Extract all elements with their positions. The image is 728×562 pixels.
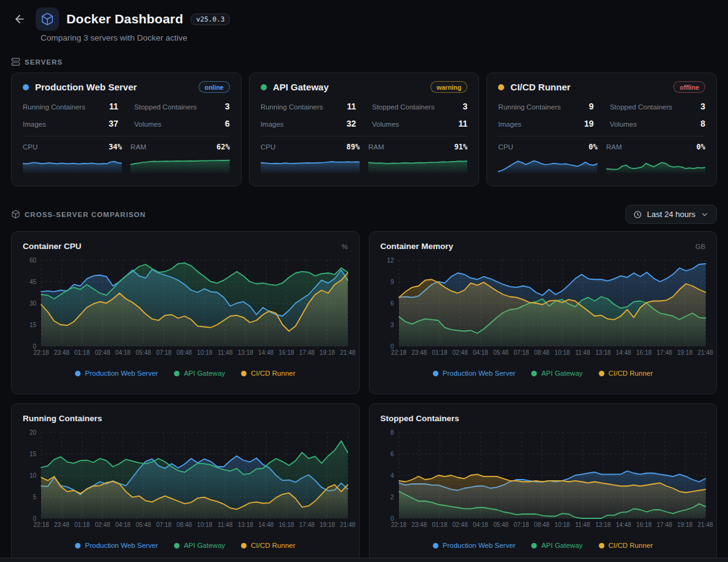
x-tick-label: 08:48: [176, 521, 192, 528]
x-axis: 22:1823:4801:1802:4804:1805:4807:1808:48…: [41, 349, 348, 358]
ram-sparkline: [606, 154, 705, 173]
legend-dot: [174, 543, 180, 548]
legend-item[interactable]: Production Web Server: [75, 370, 158, 377]
x-tick-label: 17:48: [299, 349, 315, 356]
ram-label: RAM: [368, 143, 384, 151]
legend-item[interactable]: CI/CD Runner: [599, 370, 653, 377]
cpu-value: 0%: [588, 143, 597, 151]
x-tick-label: 01:18: [74, 349, 90, 356]
ram-label: RAM: [130, 143, 146, 151]
chart-card-stopped-containers: Stopped Containers 02468 22:1823:4801:18…: [369, 403, 718, 562]
y-tick-label: 15: [30, 451, 36, 457]
stat-volumes: Volumes11: [372, 119, 467, 129]
legend-item[interactable]: API Gateway: [531, 370, 582, 377]
x-tick-label: 01:18: [74, 521, 90, 528]
y-tick-label: 3: [390, 322, 394, 328]
legend-label: API Gateway: [541, 370, 582, 377]
legend-item[interactable]: CI/CD Runner: [241, 542, 295, 549]
legend-item[interactable]: API Gateway: [174, 370, 225, 377]
x-tick-label: 07:18: [156, 349, 172, 356]
x-tick-label: 05:48: [136, 521, 151, 528]
legend-item[interactable]: Production Web Server: [433, 542, 516, 549]
cpu-value: 89%: [346, 143, 360, 151]
stat-value: 3: [225, 101, 230, 111]
legend-label: CI/CD Runner: [609, 370, 653, 377]
time-range-label: Last 24 hours: [647, 210, 695, 219]
legend-dot: [241, 543, 247, 548]
x-tick-label: 14:48: [258, 349, 274, 356]
x-tick-label: 11:48: [218, 349, 232, 356]
package-icon: [11, 210, 20, 219]
y-tick-label: 45: [30, 279, 36, 285]
x-tick-label: 02:48: [453, 521, 468, 528]
servers-section-text: SERVERS: [25, 58, 63, 66]
x-tick-label: 11:48: [218, 521, 232, 528]
server-name: CI/CD Runner: [510, 82, 571, 92]
page-subtitle: Comparing 3 servers with Docker active: [41, 33, 717, 42]
legend-dot: [241, 371, 247, 376]
line-chart-plot: [399, 432, 706, 518]
x-tick-label: 19:18: [320, 349, 335, 356]
back-button[interactable]: [11, 10, 28, 28]
server-name: API Gateway: [273, 82, 329, 92]
x-tick-label: 17:48: [657, 349, 672, 356]
x-tick-label: 19:18: [677, 349, 692, 356]
legend-dot: [599, 543, 604, 548]
stat-label: Volumes: [134, 121, 161, 128]
ram-sparkline: [130, 154, 229, 173]
server-status-dot: [261, 84, 267, 90]
y-tick-label: 12: [387, 257, 394, 264]
x-tick-label: 14:48: [616, 349, 631, 356]
server-card-header: API Gateway warning: [261, 81, 468, 93]
x-tick-label: 21:48: [340, 349, 355, 356]
x-tick-label: 04:18: [473, 521, 488, 528]
server-name: Production Web Server: [35, 82, 137, 92]
x-tick-label: 04:18: [473, 349, 488, 356]
charts-grid: Container CPU% 015304560 22:1823:4801:18…: [11, 231, 717, 562]
y-axis: 015304560: [23, 260, 41, 346]
x-tick-label: 07:18: [513, 349, 529, 356]
legend-label: CI/CD Runner: [251, 370, 295, 377]
x-tick-label: 13:18: [595, 521, 611, 528]
legend-item[interactable]: API Gateway: [531, 542, 582, 549]
time-range-dropdown[interactable]: Last 24 hours: [625, 205, 717, 224]
legend-item[interactable]: Production Web Server: [75, 542, 158, 549]
legend-item[interactable]: API Gateway: [174, 542, 225, 549]
x-tick-label: 02:48: [95, 349, 110, 356]
chart-title: Running Containers: [23, 414, 102, 423]
server-metrics: CPU34% RAM62%: [23, 143, 230, 173]
x-tick-label: 23:48: [54, 349, 69, 356]
legend-dot: [531, 543, 537, 548]
server-stats: Running Containers11 Stopped Containers3…: [23, 101, 230, 129]
legend-label: Production Web Server: [85, 542, 158, 549]
y-tick-label: 0: [33, 343, 36, 350]
cpu-sparkline: [23, 154, 122, 173]
legend-item[interactable]: CI/CD Runner: [241, 370, 295, 377]
legend-item[interactable]: Production Web Server: [433, 370, 516, 377]
chart-legend: Production Web ServerAPI GatewayCI/CD Ru…: [23, 370, 348, 377]
y-tick-label: 2: [390, 494, 394, 501]
y-axis: 036912: [381, 260, 399, 346]
stat-label: Running Containers: [498, 103, 561, 111]
stat-label: Stopped Containers: [372, 103, 435, 111]
x-tick-label: 05:48: [136, 349, 151, 356]
legend-item[interactable]: CI/CD Runner: [599, 542, 653, 549]
x-axis: 22:1823:4801:1802:4804:1805:4807:1808:48…: [399, 521, 706, 530]
cpu-label: CPU: [23, 143, 38, 151]
ram-value: 91%: [454, 143, 468, 151]
legend-label: Production Web Server: [85, 370, 158, 377]
x-tick-label: 22:18: [33, 349, 49, 356]
x-tick-label: 22:18: [391, 349, 406, 356]
divider: [498, 136, 705, 137]
x-tick-label: 11:48: [575, 349, 590, 356]
legend-label: CI/CD Runner: [251, 542, 295, 549]
stat-label: Stopped Containers: [134, 103, 197, 111]
server-status-dot: [23, 84, 29, 90]
legend-label: Production Web Server: [443, 370, 516, 377]
stat-value: 8: [700, 119, 705, 129]
x-tick-label: 01:18: [432, 521, 447, 528]
cpu-sparkline: [498, 154, 597, 173]
ram-sparkline: [368, 154, 467, 173]
x-tick-label: 17:48: [657, 521, 672, 528]
chart-unit: %: [342, 243, 348, 250]
